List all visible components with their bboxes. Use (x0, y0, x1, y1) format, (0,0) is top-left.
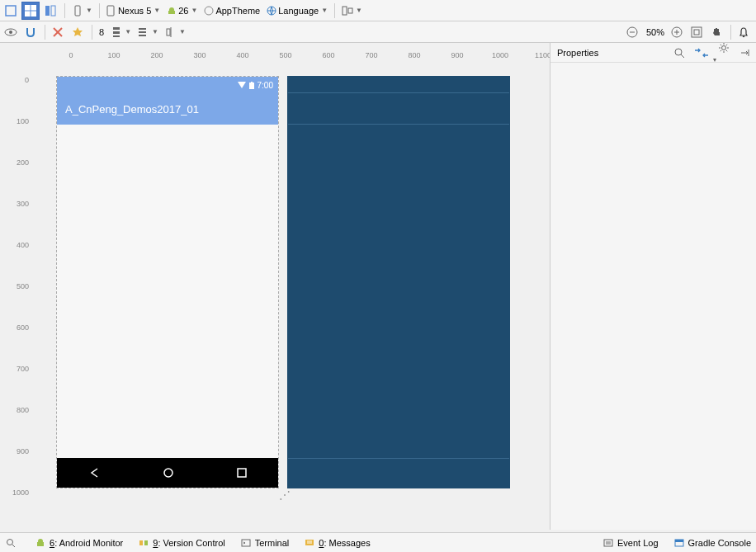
device-dropdown[interactable]: Nexus 5 ▼ (103, 2, 163, 20)
magnet-icon[interactable] (21, 23, 40, 41)
svg-rect-21 (113, 35, 120, 37)
svg-rect-26 (167, 29, 170, 35)
svg-point-40 (722, 45, 726, 50)
design-toolbar-top: ▼ Nexus 5 ▼ 26 ▼ AppTheme Language ▼ ▼ (0, 0, 756, 21)
svg-line-51 (12, 545, 15, 547)
theme-label: AppTheme (215, 6, 260, 16)
bp-nav-bar (288, 458, 509, 488)
vcs-icon (138, 537, 149, 549)
svg-line-46 (726, 50, 727, 50)
gradle-console-tool[interactable]: Gradle Console (673, 537, 751, 549)
language-dropdown[interactable]: Language ▼ (263, 2, 331, 20)
eye-icon[interactable] (2, 23, 20, 41)
zoom-out-icon[interactable] (623, 23, 641, 41)
svg-rect-9 (168, 11, 175, 14)
bp-app-bar (288, 93, 509, 125)
notifications-icon[interactable] (735, 23, 753, 41)
zoom-in-icon[interactable] (668, 23, 686, 41)
separator (64, 3, 65, 18)
app-title: A_CnPeng_Demos2017_01 (65, 103, 199, 116)
ruler-horizontal: 010020030040050060070080090010001100 (50, 51, 550, 64)
gear-icon[interactable]: ▾ (713, 42, 730, 64)
svg-point-50 (7, 539, 13, 545)
svg-rect-33 (694, 30, 699, 35)
align-dropdown[interactable]: ▼ (162, 23, 189, 41)
zoom-fit-icon[interactable] (687, 23, 706, 41)
zoom-value: 50% (643, 27, 668, 37)
design-toolbar-second: 8 ▼ ▼ ▼ 50% (0, 21, 756, 43)
separator (92, 25, 92, 40)
separator (45, 25, 45, 40)
surface-blueprint-icon[interactable] (21, 2, 40, 20)
nav-bar (57, 458, 278, 488)
event-log-icon (602, 537, 614, 549)
svg-line-47 (726, 44, 727, 45)
minimize-icon[interactable] (735, 48, 749, 58)
vcs-tool[interactable]: 9: Version Control (138, 537, 224, 549)
svg-rect-5 (51, 6, 55, 16)
terminal-icon (240, 537, 252, 549)
android-icon (35, 537, 46, 549)
svg-rect-34 (249, 83, 254, 89)
search-icon (5, 537, 17, 549)
svg-rect-60 (604, 540, 612, 546)
ruler-vertical: 01002003004005006007008009001000 (8, 76, 33, 530)
status-time: 7:00 (258, 81, 273, 90)
design-canvas[interactable]: 010020030040050060070080090010001100 010… (0, 43, 550, 530)
wifi-icon (238, 82, 246, 88)
api-label: 26 (178, 6, 188, 16)
orientation-dropdown[interactable]: ▼ (69, 2, 96, 20)
nav-recent-icon (237, 468, 247, 478)
pan-icon[interactable] (707, 23, 725, 41)
surface-plain-icon[interactable] (2, 2, 20, 20)
svg-rect-19 (113, 27, 120, 30)
variant-dropdown[interactable]: ▼ (338, 2, 366, 20)
svg-point-36 (164, 469, 172, 477)
search-tool[interactable] (5, 537, 20, 549)
svg-point-10 (205, 7, 213, 15)
svg-rect-35 (251, 82, 253, 83)
properties-panel: Properties ▾ (550, 43, 756, 530)
svg-line-39 (681, 54, 684, 58)
bp-status-bar (288, 77, 509, 93)
bottom-toolbar: 6: Android Monitor 9: Version Control Te… (0, 532, 756, 552)
design-preview[interactable]: 7:00 A_CnPeng_Demos2017_01 (56, 76, 279, 488)
resize-handle-icon[interactable]: ⋰ (279, 488, 291, 502)
gradle-icon (673, 537, 685, 549)
svg-rect-37 (238, 469, 246, 477)
svg-rect-20 (113, 31, 120, 34)
svg-line-45 (721, 44, 721, 45)
app-bar: A_CnPeng_Demos2017_01 (57, 93, 278, 125)
svg-point-16 (9, 31, 12, 34)
terminal-tool[interactable]: Terminal (240, 537, 290, 549)
arrows-icon[interactable] (690, 48, 708, 58)
theme-dropdown[interactable]: AppTheme (201, 2, 263, 20)
default-margins-dropdown[interactable]: ▼ (107, 23, 135, 41)
surface-both-icon[interactable] (41, 2, 59, 20)
clear-constraints-icon[interactable] (49, 23, 67, 41)
svg-rect-14 (348, 8, 352, 13)
gradle-label: Gradle Console (688, 538, 751, 548)
messages-tool[interactable]: 0: Messages (304, 537, 370, 549)
svg-rect-7 (107, 6, 114, 16)
separator (730, 25, 731, 40)
infer-constraints-icon[interactable] (69, 23, 87, 41)
separator (99, 3, 100, 18)
main-area: 010020030040050060070080090010001100 010… (0, 43, 756, 530)
margin-value: 8 (96, 27, 107, 37)
svg-line-48 (721, 50, 721, 50)
pack-dropdown[interactable]: ▼ (135, 23, 162, 41)
search-icon[interactable] (669, 47, 685, 59)
event-log-tool[interactable]: Event Log (602, 537, 659, 549)
nav-home-icon (163, 467, 174, 479)
language-label: Language (278, 6, 319, 16)
svg-rect-0 (6, 6, 16, 16)
android-monitor-tool[interactable]: 6: Android Monitor (35, 537, 123, 549)
svg-rect-64 (675, 540, 683, 542)
svg-rect-53 (37, 542, 44, 546)
nav-back-icon (88, 467, 100, 479)
battery-icon (249, 82, 254, 89)
api-dropdown[interactable]: 26 ▼ (163, 2, 201, 20)
status-bar: 7:00 (57, 77, 278, 93)
blueprint-preview[interactable] (287, 76, 510, 488)
